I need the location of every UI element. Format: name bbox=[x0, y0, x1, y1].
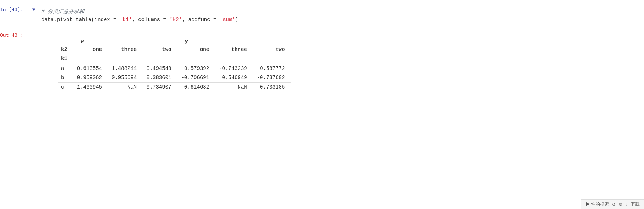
output-label: Out[43]: bbox=[0, 31, 30, 38]
k2-header-row: k2 one three two one three two bbox=[58, 45, 291, 54]
code-line-main: data.pivot_table(index = 'k1', columns =… bbox=[41, 16, 238, 24]
input-cell: In [43]: ▼ # 分类汇总并求和 data.pivot_table(in… bbox=[0, 4, 644, 28]
bottom-bar: ▶ 性的搜索 ↺ ↻ ↓ 下载 bbox=[581, 199, 644, 209]
down-arrow-icon[interactable]: ↓ bbox=[625, 202, 628, 207]
cell-c-w-three: NaN bbox=[109, 82, 143, 91]
cell-b-w-two: 0.383601 bbox=[143, 73, 178, 82]
cell-a-w-one: 0.613554 bbox=[74, 64, 109, 73]
row-index-c: c bbox=[58, 82, 74, 91]
table-row: a 0.613554 1.488244 0.494548 0.579392 -0… bbox=[58, 64, 291, 73]
cell-b-w-three: 0.955694 bbox=[109, 73, 143, 82]
k1-spacer-1 bbox=[74, 54, 109, 64]
code-text: data.pivot_table(index = 'k1', columns =… bbox=[41, 17, 238, 23]
k1-spacer-2 bbox=[109, 54, 143, 64]
k1-spacer-6 bbox=[254, 54, 292, 64]
col-w-three: three bbox=[109, 45, 143, 54]
cell-a-w-two: 0.494548 bbox=[143, 64, 178, 73]
col-y-one: one bbox=[178, 45, 216, 54]
input-label: In [43]: bbox=[0, 6, 30, 12]
cell-c-w-one: 1.460945 bbox=[74, 82, 109, 91]
col-group-header-row: w y bbox=[58, 37, 291, 45]
undo-icon[interactable]: ↺ bbox=[612, 202, 616, 207]
k2-label: k2 bbox=[58, 45, 74, 54]
output-cell: Out[43]: w y k2 one bbox=[0, 29, 644, 99]
k1-spacer-5 bbox=[216, 54, 254, 64]
notebook-container: In [43]: ▼ # 分类汇总并求和 data.pivot_table(in… bbox=[0, 0, 644, 106]
table-row: c 1.460945 NaN 0.734907 -0.614682 NaN -0… bbox=[58, 82, 291, 91]
col-y-two: two bbox=[254, 45, 292, 54]
cell-c-w-two: 0.734907 bbox=[143, 82, 178, 91]
col-y-three: three bbox=[216, 45, 254, 54]
dataframe-table: w y k2 one three two one three two bbox=[58, 37, 291, 91]
dataframe-wrapper: w y k2 one three two one three two bbox=[36, 34, 638, 94]
cell-b-y-one: -0.706691 bbox=[178, 73, 216, 82]
cell-a-y-three: -0.743239 bbox=[216, 64, 254, 73]
bottom-bar-text: ▶ 性的搜索 bbox=[586, 201, 609, 208]
download-icon[interactable]: 下载 bbox=[631, 201, 640, 208]
table-body: a 0.613554 1.488244 0.494548 0.579392 -0… bbox=[58, 64, 291, 91]
k1-spacer-3 bbox=[143, 54, 178, 64]
cell-c-y-two: -0.733185 bbox=[254, 82, 292, 91]
cell-b-y-three: 0.546949 bbox=[216, 73, 254, 82]
cell-c-y-three: NaN bbox=[216, 82, 254, 91]
cell-code-block[interactable]: # 分类汇总并求和 data.pivot_table(index = 'k1',… bbox=[38, 6, 241, 26]
col-group-y: y bbox=[178, 37, 291, 45]
cell-a-y-one: 0.579392 bbox=[178, 64, 216, 73]
redo-icon[interactable]: ↻ bbox=[619, 202, 622, 207]
row-index-b: b bbox=[58, 73, 74, 82]
cell-b-y-two: -0.737602 bbox=[254, 73, 292, 82]
col-group-w: w bbox=[74, 37, 178, 45]
table-row: b 0.959062 0.955694 0.383601 -0.706691 0… bbox=[58, 73, 291, 82]
cell-a-w-three: 1.488244 bbox=[109, 64, 143, 73]
cell-b-w-one: 0.959062 bbox=[74, 73, 109, 82]
empty-corner bbox=[58, 37, 74, 45]
cell-a-y-two: 0.587772 bbox=[254, 64, 292, 73]
cell-c-y-one: -0.614682 bbox=[178, 82, 216, 91]
code-line-comment: # 分类汇总并求和 bbox=[41, 7, 238, 16]
cell-arrow[interactable]: ▼ bbox=[31, 6, 36, 12]
col-w-two: two bbox=[143, 45, 178, 54]
output-content: w y k2 one three two one three two bbox=[30, 31, 644, 97]
comment-text: # 分类汇总并求和 bbox=[41, 9, 84, 15]
col-w-one: one bbox=[74, 45, 109, 54]
k1-spacer-4 bbox=[178, 54, 216, 64]
k1-label: k1 bbox=[58, 54, 74, 64]
k1-header-row: k1 bbox=[58, 54, 291, 64]
row-index-a: a bbox=[58, 64, 74, 73]
